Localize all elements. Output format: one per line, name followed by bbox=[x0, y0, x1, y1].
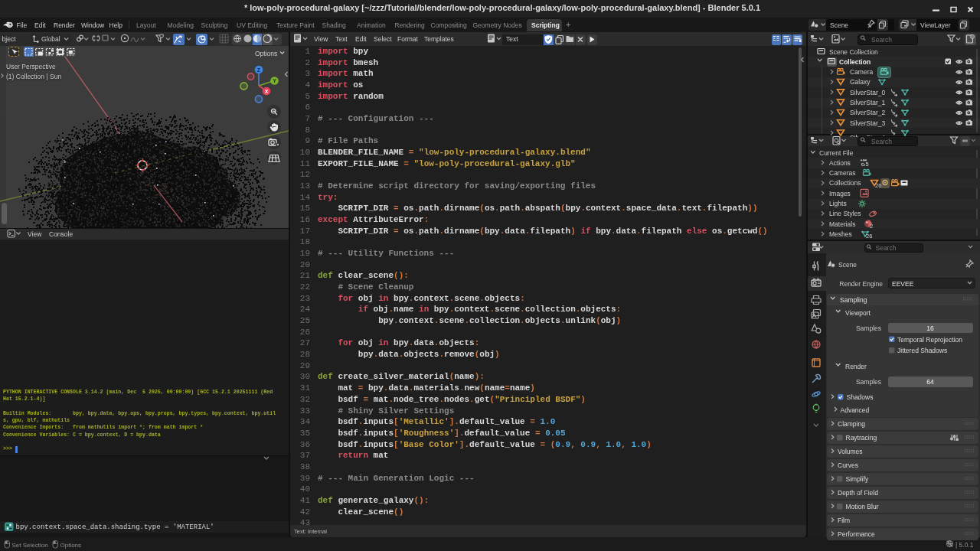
svg-text:26: 26 bbox=[875, 182, 881, 189]
svg-text:X: X bbox=[265, 89, 269, 94]
svg-text:Z: Z bbox=[257, 67, 261, 73]
svg-text:5: 5 bbox=[866, 161, 869, 168]
svg-text:26: 26 bbox=[866, 233, 872, 240]
svg-text:2: 2 bbox=[870, 223, 873, 230]
svg-text:Y: Y bbox=[273, 78, 276, 83]
